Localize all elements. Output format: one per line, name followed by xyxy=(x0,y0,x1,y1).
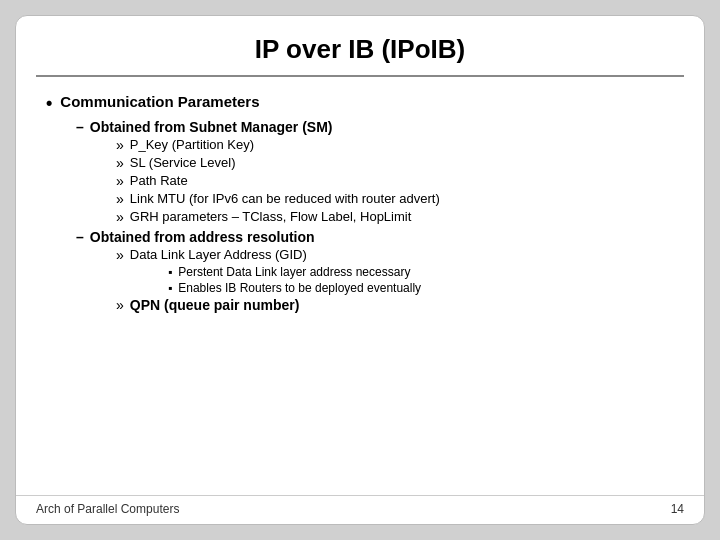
level3-pkey-item: » P_Key (Partition Key) xyxy=(116,137,674,153)
level3-pkey-text: P_Key (Partition Key) xyxy=(130,137,254,152)
slide-header: IP over IB (IPoIB) xyxy=(16,16,704,75)
level3-dlla-text: Data Link Layer Address (GID) xyxy=(130,247,307,262)
level3-pathrate-item: » Path Rate xyxy=(116,173,674,189)
level4-persistent-text: Perstent Data Link layer address necessa… xyxy=(178,265,410,279)
raquo-icon7: » xyxy=(116,297,124,313)
small-bullet1-icon: ▪ xyxy=(168,265,172,279)
level3-qpn-text: QPN (queue pair number) xyxy=(130,297,300,313)
level3-sl: » SL (Service Level) xyxy=(116,155,674,171)
level3-qpn-item: » QPN (queue pair number) xyxy=(116,297,674,313)
bullet1-icon: • xyxy=(46,93,52,115)
slide: IP over IB (IPoIB) • Communication Param… xyxy=(15,15,705,525)
level3-sl-text: SL (Service Level) xyxy=(130,155,236,170)
raquo-icon6: » xyxy=(116,247,124,263)
level4-enables-item: ▪ Enables IB Routers to be deployed even… xyxy=(168,281,674,295)
level3-mtu-text: Link MTU (for IPv6 can be reduced with r… xyxy=(130,191,440,206)
raquo-icon3: » xyxy=(116,173,124,189)
slide-title: IP over IB (IPoIB) xyxy=(255,34,465,64)
dash-icon2: – xyxy=(76,229,84,245)
footer-right: 14 xyxy=(671,502,684,516)
level3-mtu: » Link MTU (for IPv6 can be reduced with… xyxy=(116,191,674,207)
level3-dlla: » Data Link Layer Address (GID) ▪ Perste… xyxy=(116,247,674,295)
level4-persistent: ▪ Perstent Data Link layer address neces… xyxy=(168,265,674,279)
level3-pkey: » P_Key (Partition Key) xyxy=(116,137,674,153)
raquo-icon5: » xyxy=(116,209,124,225)
level4-enables: ▪ Enables IB Routers to be deployed even… xyxy=(168,281,674,295)
level3-dlla-item: » Data Link Layer Address (GID) xyxy=(116,247,674,263)
level3-sl-item: » SL (Service Level) xyxy=(116,155,674,171)
level1-item: • Communication Parameters xyxy=(46,93,674,115)
level3-pathrate-text: Path Rate xyxy=(130,173,188,188)
level1-block: • Communication Parameters – Obtained fr… xyxy=(46,93,674,317)
slide-footer: Arch of Parallel Computers 14 xyxy=(16,495,704,524)
level3-grh: » GRH parameters – TClass, Flow Label, H… xyxy=(116,209,674,225)
level2-subnet-item: – Obtained from Subnet Manager (SM) xyxy=(76,119,674,135)
level3-grh-item: » GRH parameters – TClass, Flow Label, H… xyxy=(116,209,674,225)
raquo-icon4: » xyxy=(116,191,124,207)
footer-left: Arch of Parallel Computers xyxy=(36,502,179,516)
raquo-icon2: » xyxy=(116,155,124,171)
level2-addr: – Obtained from address resolution » Dat… xyxy=(76,229,674,313)
level3-grh-text: GRH parameters – TClass, Flow Label, Hop… xyxy=(130,209,412,224)
level2-addr-label: Obtained from address resolution xyxy=(90,229,315,245)
small-bullet2-icon: ▪ xyxy=(168,281,172,295)
level2-subnet-label: Obtained from Subnet Manager (SM) xyxy=(90,119,333,135)
level1-label: Communication Parameters xyxy=(60,93,259,110)
level3-mtu-item: » Link MTU (for IPv6 can be reduced with… xyxy=(116,191,674,207)
dash-icon: – xyxy=(76,119,84,135)
slide-content: • Communication Parameters – Obtained fr… xyxy=(16,77,704,495)
level3-qpn: » QPN (queue pair number) xyxy=(116,297,674,313)
level2-addr-item: – Obtained from address resolution xyxy=(76,229,674,245)
level3-pathrate: » Path Rate xyxy=(116,173,674,189)
raquo-icon: » xyxy=(116,137,124,153)
level4-enables-text: Enables IB Routers to be deployed eventu… xyxy=(178,281,421,295)
level4-persistent-item: ▪ Perstent Data Link layer address neces… xyxy=(168,265,674,279)
level2-subnet: – Obtained from Subnet Manager (SM) » P_… xyxy=(76,119,674,225)
